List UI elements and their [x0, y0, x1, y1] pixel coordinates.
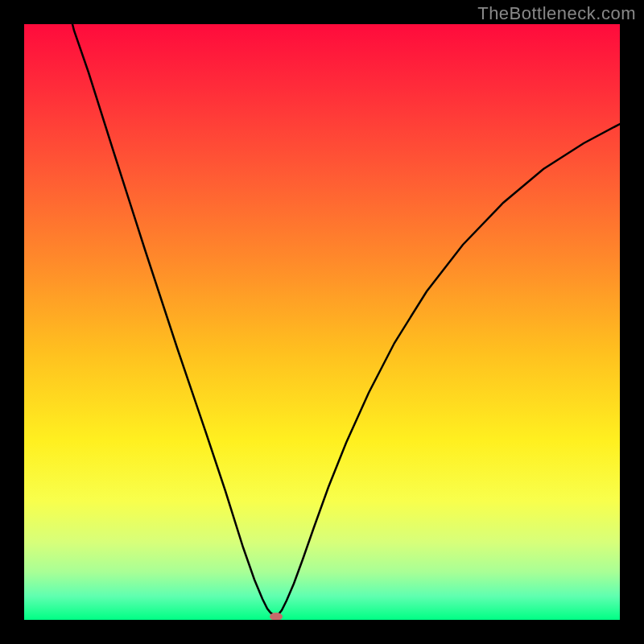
watermark-text: TheBottleneck.com	[477, 3, 636, 24]
bottleneck-chart	[24, 24, 620, 620]
chart-frame: TheBottleneck.com	[0, 0, 644, 644]
gradient-background	[24, 24, 620, 620]
